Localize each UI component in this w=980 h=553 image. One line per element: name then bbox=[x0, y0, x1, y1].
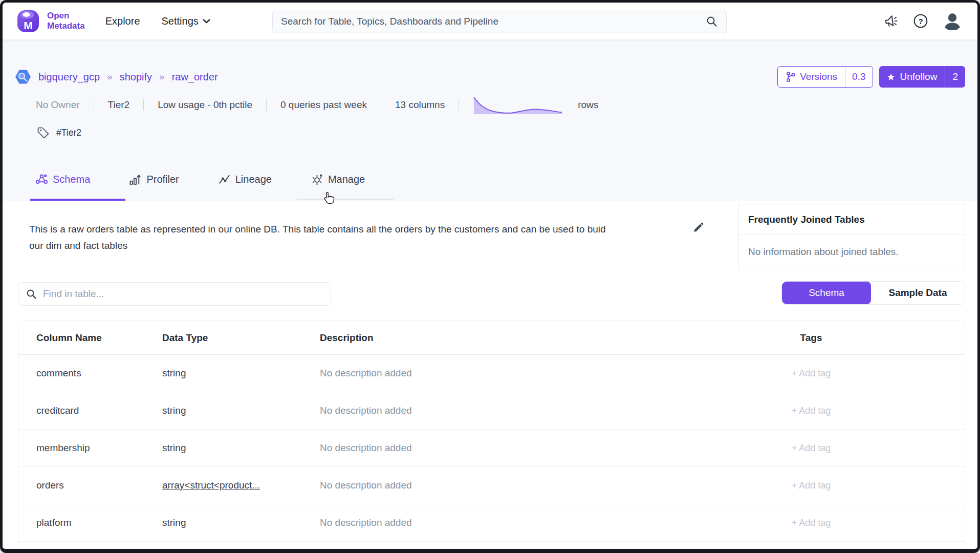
search-icon[interactable] bbox=[706, 15, 718, 28]
tab-manage[interactable]: Manage bbox=[311, 172, 365, 186]
table-row: creditcard string No description added +… bbox=[18, 392, 965, 430]
table-row: membership string No description added +… bbox=[18, 430, 965, 467]
tier-tag[interactable]: #Tier2 bbox=[56, 127, 81, 138]
column-type-expand-link[interactable]: array<struct<product... bbox=[162, 480, 260, 491]
column-description: No description added bbox=[320, 368, 658, 379]
profiler-icon bbox=[129, 173, 142, 186]
tab-profiler[interactable]: Profiler bbox=[129, 172, 179, 186]
column-type: string bbox=[162, 405, 320, 416]
svg-text:M: M bbox=[24, 19, 33, 31]
columns-table: Column Name Data Type Description Tags c… bbox=[18, 321, 965, 553]
frequently-joined-tables-empty-message: No information about joined tables. bbox=[739, 235, 965, 269]
breadcrumb-service-link[interactable]: bigquery_gcp bbox=[38, 71, 100, 83]
schema-tab-panel: This is a raw orders table as represente… bbox=[3, 201, 977, 553]
frequently-joined-tables-title: Frequently Joined Tables bbox=[739, 204, 965, 235]
toggle-sample-data-button[interactable]: Sample Data bbox=[871, 282, 965, 304]
column-description: No description added bbox=[320, 517, 658, 528]
add-tag-button[interactable]: + Add tag bbox=[658, 368, 965, 379]
followers-count: 2 bbox=[945, 66, 965, 88]
add-tag-button[interactable]: + Add tag bbox=[658, 406, 965, 416]
column-name: platform bbox=[18, 517, 162, 528]
add-tag-button[interactable]: + Add tag bbox=[658, 480, 965, 491]
edit-description-pencil-icon[interactable] bbox=[692, 221, 705, 236]
top-right-icons: ? bbox=[883, 11, 965, 31]
column-name: comments bbox=[18, 368, 162, 379]
global-search-input[interactable] bbox=[281, 16, 706, 27]
usage-label: Low usage - 0th pctile bbox=[158, 99, 252, 111]
mouse-cursor bbox=[322, 192, 336, 207]
global-search bbox=[272, 10, 727, 33]
help-icon[interactable]: ? bbox=[913, 13, 928, 29]
logo-wordmark: Open Metadata bbox=[47, 11, 85, 31]
main-nav: Explore Settings bbox=[105, 15, 210, 27]
table-row: platform string No description added + A… bbox=[18, 504, 965, 542]
breadcrumb-separator: » bbox=[107, 71, 113, 82]
divider bbox=[459, 99, 459, 111]
entity-meta-row: No Owner Tier2 Low usage - 0th pctile 0 … bbox=[36, 96, 965, 114]
lineage-icon bbox=[218, 173, 231, 186]
breadcrumb-schema-link[interactable]: shopify bbox=[120, 71, 152, 83]
top-navigation-bar: M Open Metadata Explore Settings bbox=[3, 3, 977, 40]
entity-tabs: Schema Profiler bbox=[15, 166, 965, 201]
manage-gear-icon bbox=[311, 173, 323, 186]
owner-label: No Owner bbox=[36, 99, 80, 111]
header-tags: Tags bbox=[658, 332, 965, 344]
queries-label: 0 queries past week bbox=[280, 99, 367, 111]
entity-actions: Versions 0.3 ★ Unfollow 2 bbox=[777, 66, 965, 88]
star-icon: ★ bbox=[887, 72, 896, 82]
tab-lineage[interactable]: Lineage bbox=[218, 172, 272, 186]
git-branch-icon bbox=[786, 71, 796, 82]
breadcrumb-separator: » bbox=[159, 71, 165, 82]
frequently-joined-tables-card: Frequently Joined Tables No information … bbox=[738, 204, 965, 269]
schema-view-toggle: Schema Sample Data bbox=[781, 281, 965, 305]
rows-label: rows bbox=[578, 99, 598, 111]
unfollow-button[interactable]: ★ Unfollow 2 bbox=[879, 66, 966, 88]
breadcrumb: bigquery_gcp » shopify » raw_order bbox=[15, 69, 218, 85]
tier-label: Tier2 bbox=[108, 99, 130, 111]
bigquery-service-icon bbox=[15, 69, 31, 85]
column-description: No description added bbox=[320, 405, 658, 416]
tag-icon bbox=[36, 126, 50, 140]
tags-row: #Tier2 bbox=[36, 125, 965, 140]
column-name: orders bbox=[18, 480, 162, 491]
nav-settings[interactable]: Settings bbox=[162, 15, 210, 27]
whats-new-megaphone-icon[interactable] bbox=[883, 13, 899, 29]
versions-button[interactable]: Versions 0.3 bbox=[777, 66, 873, 88]
column-type: string bbox=[162, 368, 320, 379]
header-description: Description bbox=[320, 332, 658, 344]
find-search-icon bbox=[26, 288, 37, 300]
toggle-schema-button[interactable]: Schema bbox=[782, 282, 871, 304]
tab-schema[interactable]: Schema bbox=[35, 172, 90, 186]
column-name: membership bbox=[18, 442, 162, 454]
column-name: creditcard bbox=[18, 405, 162, 416]
breadcrumb-table-link[interactable]: raw_order bbox=[172, 71, 218, 83]
add-tag-button[interactable]: + Add tag bbox=[658, 518, 965, 528]
table-row: orders array<struct<product... No descri… bbox=[18, 467, 965, 504]
columns-count-label: 13 columns bbox=[395, 99, 445, 111]
divider bbox=[94, 99, 94, 111]
entity-header: bigquery_gcp » shopify » raw_order bbox=[3, 66, 977, 201]
schema-icon bbox=[35, 173, 48, 186]
add-tag-button[interactable]: + Add tag bbox=[658, 443, 965, 454]
openmetadata-logo-icon: M bbox=[15, 8, 41, 34]
user-avatar[interactable] bbox=[943, 11, 962, 31]
find-in-table-input[interactable] bbox=[43, 288, 323, 300]
header-column-name: Column Name bbox=[18, 332, 162, 344]
divider bbox=[266, 99, 267, 111]
divider bbox=[143, 99, 144, 111]
table-description: This is a raw orders table as represente… bbox=[29, 201, 618, 254]
columns-table-header: Column Name Data Type Description Tags bbox=[18, 321, 965, 355]
manage-tab-hover-indicator bbox=[297, 199, 394, 200]
divider bbox=[381, 99, 381, 111]
table-row: comments string No description added + A… bbox=[18, 355, 965, 392]
openmetadata-logo[interactable]: M Open Metadata bbox=[15, 8, 85, 34]
find-in-table bbox=[18, 282, 331, 306]
column-description: No description added bbox=[320, 442, 658, 454]
nav-explore[interactable]: Explore bbox=[105, 15, 140, 27]
rows-trend-sparkline bbox=[473, 95, 564, 115]
version-number: 0.3 bbox=[845, 67, 872, 87]
column-type: string bbox=[162, 517, 320, 528]
chevron-down-icon bbox=[203, 19, 210, 24]
app-window: M Open Metadata Explore Settings bbox=[0, 0, 980, 553]
breadcrumb-row: bigquery_gcp » shopify » raw_order bbox=[15, 66, 965, 88]
